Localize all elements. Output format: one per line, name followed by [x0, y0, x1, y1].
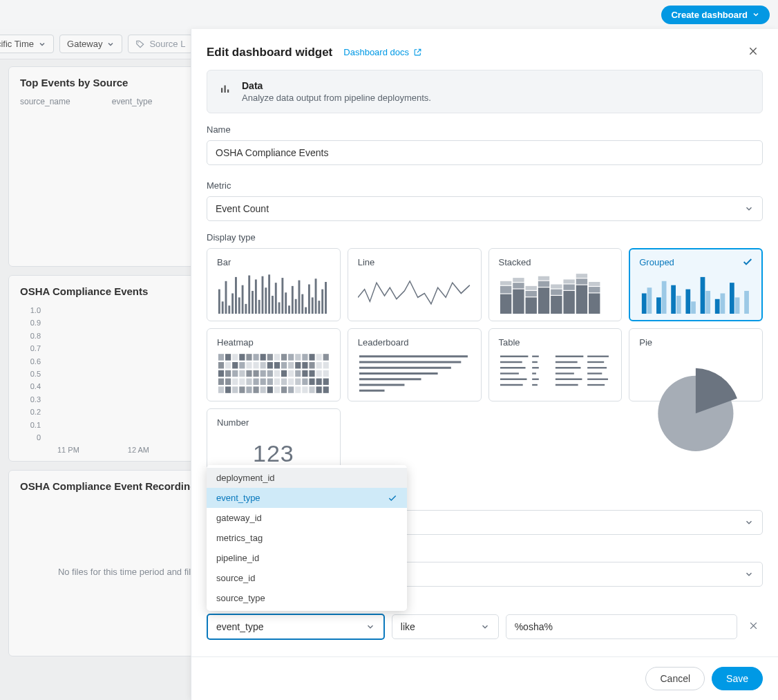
svg-rect-85 [281, 354, 287, 360]
svg-rect-151 [295, 386, 301, 392]
svg-rect-82 [260, 354, 266, 360]
svg-rect-67 [686, 290, 691, 314]
svg-rect-58 [589, 294, 600, 314]
check-icon [742, 256, 753, 269]
display-type-bar[interactable]: Bar [207, 248, 341, 321]
svg-rect-134 [288, 379, 294, 385]
svg-rect-23 [281, 278, 283, 314]
svg-rect-51 [551, 285, 562, 289]
svg-rect-140 [218, 386, 224, 392]
svg-rect-155 [323, 386, 329, 392]
svg-rect-36 [325, 282, 327, 314]
svg-rect-47 [538, 281, 549, 287]
svg-rect-66 [676, 296, 681, 314]
svg-rect-20 [272, 296, 274, 314]
svg-rect-43 [525, 297, 536, 314]
svg-rect-53 [563, 285, 574, 290]
remove-filter-button[interactable] [744, 616, 763, 637]
svg-rect-103 [295, 362, 301, 368]
grouped-viz-icon [639, 273, 752, 314]
svg-rect-112 [246, 370, 252, 377]
svg-rect-57 [576, 274, 587, 278]
svg-rect-33 [315, 278, 317, 314]
dropdown-option-event-type[interactable]: event_type [207, 488, 407, 508]
svg-rect-117 [281, 370, 287, 377]
svg-rect-83 [267, 354, 273, 360]
svg-rect-16 [258, 300, 260, 314]
svg-rect-136 [302, 379, 307, 385]
dropdown-option-deployment-id[interactable]: deployment_id [207, 468, 407, 488]
svg-rect-70 [706, 291, 711, 314]
svg-rect-28 [298, 281, 301, 314]
svg-rect-48 [538, 276, 549, 281]
svg-rect-98 [260, 362, 266, 368]
metric-select[interactable]: Event Count [207, 196, 763, 221]
svg-rect-63 [656, 297, 661, 314]
svg-rect-72 [721, 294, 725, 314]
create-dashboard-button[interactable]: Create dashboard [661, 6, 770, 24]
svg-rect-101 [281, 362, 287, 368]
chevron-down-icon [366, 622, 375, 632]
svg-rect-5 [222, 301, 224, 314]
svg-rect-130 [260, 379, 266, 385]
save-button[interactable]: Save [712, 667, 763, 690]
widget-name-input[interactable] [207, 140, 763, 165]
dropdown-option-pipeline-id[interactable]: pipeline_id [207, 548, 407, 568]
svg-rect-144 [246, 386, 252, 392]
display-type-table[interactable]: Table [488, 328, 623, 401]
dropdown-option-source-type[interactable]: source_type [207, 588, 407, 608]
chevron-down-icon [744, 518, 754, 527]
svg-rect-152 [302, 386, 307, 392]
display-type-grouped[interactable]: Grouped [629, 248, 763, 321]
svg-rect-65 [671, 285, 676, 314]
filter-row: deployment_id event_type gateway_id metr… [207, 614, 763, 640]
stacked-viz-icon [499, 273, 612, 314]
display-type-heatmap[interactable]: Heatmap [207, 328, 341, 401]
cancel-button[interactable]: Cancel [645, 667, 705, 690]
svg-rect-18 [265, 287, 267, 314]
svg-rect-74 [735, 297, 740, 314]
display-type-leaderboard[interactable]: Leaderboard [348, 328, 482, 401]
close-button[interactable] [743, 41, 763, 63]
svg-rect-52 [563, 291, 574, 314]
svg-rect-147 [267, 386, 273, 392]
bar-viz-icon [217, 273, 330, 314]
svg-rect-86 [288, 354, 294, 360]
display-type-grid: Bar [207, 248, 763, 482]
svg-rect-91 [323, 354, 329, 360]
heatmap-viz-icon [217, 353, 330, 394]
svg-rect-108 [218, 370, 224, 377]
svg-rect-154 [316, 386, 322, 392]
svg-rect-100 [274, 362, 280, 368]
svg-rect-116 [274, 370, 280, 377]
dropdown-option-metrics-tag[interactable]: metrics_tag [207, 528, 407, 548]
table-viz-icon [499, 353, 612, 394]
dropdown-option-gateway-id[interactable]: gateway_id [207, 508, 407, 528]
edit-widget-panel: Edit dashboard widget Dashboard docs Dat… [191, 29, 778, 700]
svg-rect-25 [288, 305, 290, 314]
svg-rect-78 [232, 354, 238, 360]
close-icon [748, 46, 759, 57]
svg-rect-38 [500, 286, 511, 294]
filter-field-select[interactable]: event_type [207, 614, 385, 640]
filter-operator-select[interactable]: like [392, 614, 499, 639]
svg-rect-1 [221, 88, 222, 93]
filter-field-dropdown: deployment_id event_type gateway_id metr… [207, 465, 407, 611]
svg-rect-29 [301, 294, 303, 314]
svg-rect-138 [316, 379, 322, 385]
display-type-line[interactable]: Line [348, 248, 482, 321]
svg-rect-94 [232, 362, 238, 368]
info-title: Data [242, 80, 431, 91]
name-label: Name [207, 124, 763, 135]
svg-rect-46 [538, 287, 549, 314]
metric-label: Metric [207, 180, 763, 191]
svg-rect-60 [589, 282, 600, 286]
svg-rect-146 [260, 386, 266, 392]
dashboard-docs-link[interactable]: Dashboard docs [343, 47, 422, 57]
display-type-pie[interactable]: Pie [629, 328, 763, 401]
filter-value-input[interactable] [506, 614, 737, 639]
dropdown-option-source-id[interactable]: source_id [207, 568, 407, 588]
svg-rect-81 [253, 354, 258, 360]
chevron-down-icon [744, 569, 754, 579]
display-type-stacked[interactable]: Stacked [488, 248, 623, 321]
